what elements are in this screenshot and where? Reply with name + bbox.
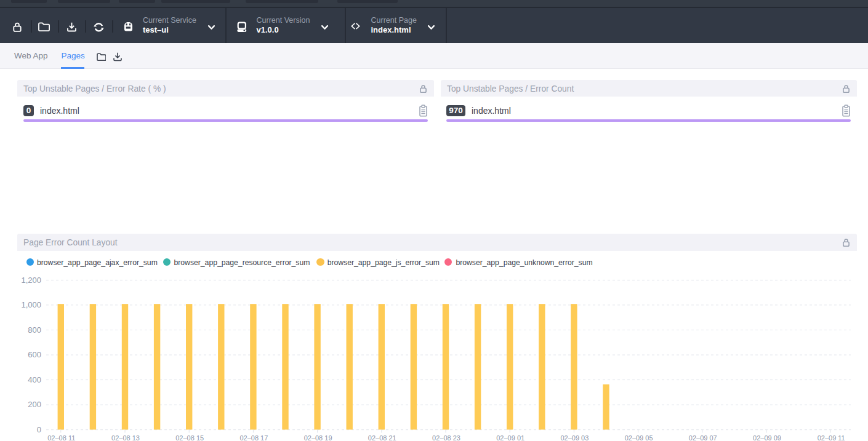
svg-text:02–08 19: 02–08 19 (304, 434, 332, 441)
svg-text:800: 800 (28, 325, 41, 335)
svg-text:02–09 01: 02–09 01 (496, 434, 524, 441)
svg-text:02–09 03: 02–09 03 (560, 434, 589, 441)
svg-text:02–09 07: 02–09 07 (689, 434, 717, 441)
svg-text:02–08 23: 02–08 23 (432, 434, 460, 441)
svg-text:02–08 17: 02–08 17 (239, 434, 268, 441)
svg-text:02–09 09: 02–09 09 (753, 434, 781, 441)
svg-text:400: 400 (28, 375, 41, 384)
svg-text:02–08 11: 02–08 11 (47, 434, 75, 441)
svg-text:1,000: 1,000 (21, 300, 41, 309)
svg-text:02–08 21: 02–08 21 (368, 434, 396, 441)
svg-text:1,200: 1,200 (21, 276, 41, 285)
svg-text:02–08 15: 02–08 15 (175, 434, 204, 441)
svg-text:02–09 05: 02–09 05 (625, 434, 653, 441)
svg-text:02–09 11: 02–09 11 (818, 434, 845, 441)
svg-text:600: 600 (28, 350, 41, 359)
svg-text:200: 200 (28, 400, 41, 409)
svg-text:02–08 13: 02–08 13 (111, 434, 140, 441)
svg-text:0: 0 (37, 425, 41, 434)
